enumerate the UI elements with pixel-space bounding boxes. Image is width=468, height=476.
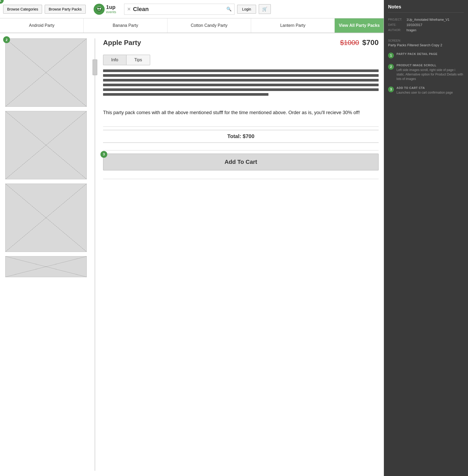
logo: 1up events [94, 4, 116, 15]
svg-point-1 [96, 7, 102, 12]
text-line-2 [103, 74, 379, 77]
cart-icon: 🛒 [262, 7, 267, 11]
search-bar: ✕ 🔍 [124, 4, 235, 15]
text-line-4 [103, 84, 379, 86]
sidebar-item-lantern-party[interactable]: Lantern Party [251, 18, 335, 33]
notes-meta-author: AUTHOR: hragen [388, 28, 464, 32]
notes-sidebar: Notes PROJECT: 1Up_Annotated Wireframe_V… [384, 0, 468, 476]
add-to-cart-button[interactable]: Add To Cart [103, 154, 379, 170]
search-icon[interactable]: 🔍 [226, 7, 232, 12]
cart-button[interactable]: 🛒 [259, 4, 271, 14]
notes-item-1-title: PARTY PACK DETAIL PAGE [396, 52, 438, 55]
notes-meta: PROJECT: 1Up_Annotated Wireframe_V1 DATE… [388, 18, 464, 34]
project-value: 1Up_Annotated Wireframe_V1 [406, 18, 449, 22]
notes-title: Notes [388, 4, 464, 13]
product-title: Apple Party [103, 39, 141, 47]
logo-icon [94, 4, 105, 15]
total-row: Total: $700 [103, 130, 379, 143]
divider-1 [103, 126, 379, 127]
view-all-party-packs-button[interactable]: View All Party Packs [335, 18, 384, 33]
tab-tips[interactable]: Tips [126, 55, 150, 65]
sidebar-item-cotton-candy-party[interactable]: Cotton Candy Party [167, 18, 251, 33]
browse-party-packs-button[interactable]: Browse Party Packs [45, 5, 85, 14]
product-tabs: Info Tips [103, 55, 379, 65]
search-clear-icon[interactable]: ✕ [127, 6, 131, 12]
text-line-1 [103, 69, 379, 72]
product-image-1[interactable] [5, 38, 87, 107]
add-to-cart-wrapper: 3 Add To Cart [103, 154, 379, 170]
sidebar-item-android-party[interactable]: Android Party [0, 18, 84, 33]
detail-panel: Apple Party $1000 $700 Info Tips This pa… [103, 38, 379, 471]
annotation-badge-3: 3 [100, 151, 107, 158]
divider-3 [103, 179, 379, 179]
login-button[interactable]: Login [237, 5, 256, 14]
author-value: hragen [406, 28, 416, 32]
notes-badge-1: 1 [388, 53, 394, 58]
text-line-6 [103, 93, 268, 96]
notes-meta-project: PROJECT: 1Up_Annotated Wireframe_V1 [388, 18, 464, 22]
browse-categories-button[interactable]: Browse Categories [3, 5, 42, 14]
text-line-3 [103, 79, 379, 82]
notes-item-2-title: PRODUCT IMAGE SCROLL [396, 64, 464, 67]
text-lines [103, 69, 379, 98]
date-value: 10/10/2017 [406, 23, 422, 27]
notes-item-3: 3 ADD TO CART CTA Launches user to cart … [388, 86, 464, 95]
screen-label: SCREEN: [388, 39, 464, 42]
scroll-thumb[interactable] [93, 59, 97, 75]
product-image-4[interactable] [5, 256, 87, 277]
notes-badge-3: 3 [388, 87, 394, 92]
notes-badge-2: 2 [388, 64, 394, 70]
sidebar-item-banana-party[interactable]: Banana Party [84, 18, 167, 33]
divider-2 [103, 150, 379, 150]
logo-text: 1up [106, 4, 116, 10]
notes-item-3-title: ADD TO CART CTA [396, 86, 453, 89]
notes-item-2-desc: Left side images scroll, right side of p… [396, 68, 464, 81]
date-label: DATE: [388, 23, 404, 27]
notes-item-1: 1 PARTY PACK DETAIL PAGE [388, 52, 464, 58]
text-line-5 [103, 88, 379, 91]
author-label: AUTHOR: [388, 28, 404, 32]
screen-value: Party Packs Filtered Search Copy 2 [388, 43, 464, 47]
scroll-divider [95, 38, 95, 471]
product-image-2[interactable] [5, 111, 87, 179]
notes-meta-date: DATE: 10/10/2017 [388, 23, 464, 27]
original-price: $1000 [340, 39, 359, 47]
product-description: This party pack comes with all the above… [103, 106, 379, 119]
logo-svg [95, 6, 103, 13]
annotation-badge-2: 2 [3, 36, 10, 43]
product-header: Apple Party $1000 $700 [103, 38, 379, 49]
svg-point-2 [97, 8, 99, 9]
sale-price: $700 [362, 38, 379, 47]
svg-point-3 [99, 8, 101, 9]
header: Browse Categories Browse Party Packs 1up… [0, 0, 384, 18]
notes-item-3-desc: Launches user to cart confirmation page [396, 90, 453, 95]
notes-item-2: 2 PRODUCT IMAGE SCROLL Left side images … [388, 64, 464, 81]
page-content: 2 Appl [0, 33, 384, 476]
search-input[interactable] [133, 6, 226, 13]
images-panel: 2 [5, 38, 87, 471]
project-label: PROJECT: [388, 18, 404, 22]
product-image-3[interactable] [5, 184, 87, 252]
tab-info[interactable]: Info [103, 55, 126, 65]
logo-subtext: events [106, 10, 116, 14]
nav-bar: Android Party Banana Party Cotton Candy … [0, 18, 384, 33]
price-area: $1000 $700 [340, 38, 379, 47]
